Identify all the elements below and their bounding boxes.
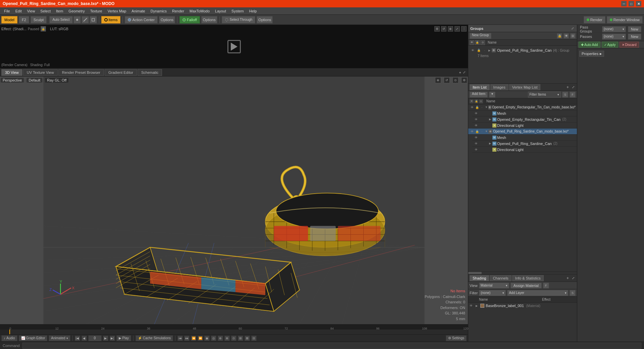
il-expand-oprc[interactable]: ▶ bbox=[489, 142, 492, 145]
item-list-scrollbar[interactable] bbox=[468, 271, 577, 274]
add-item-btn[interactable]: Add Item bbox=[470, 92, 488, 98]
il-item-mesh2[interactable]: 👁 M Mesh bbox=[472, 135, 577, 141]
il-eye-oprc[interactable]: 👁 bbox=[474, 142, 478, 145]
preview-refresh-icon[interactable]: ↺ bbox=[441, 26, 446, 32]
add-item-list-tab-btn[interactable]: + bbox=[565, 85, 570, 90]
shading-f-btn[interactable]: F bbox=[543, 283, 549, 289]
assign-material-btn[interactable]: Assign Material bbox=[511, 283, 542, 289]
menu-item-geometry[interactable]: Geometry bbox=[66, 8, 87, 14]
groups-eye-icon[interactable]: 👁 bbox=[564, 33, 569, 39]
add-shading-tab-btn[interactable]: + bbox=[565, 276, 570, 281]
play-button[interactable] bbox=[227, 40, 241, 53]
menu-item-maxtomodo[interactable]: MaxToModo bbox=[187, 8, 212, 14]
frame-counter[interactable]: 0 bbox=[88, 335, 102, 341]
transport-4-icon[interactable]: ⏩ bbox=[198, 336, 203, 341]
group-eye-icon[interactable]: 👁 bbox=[470, 49, 475, 52]
menu-item-animate[interactable]: Animate bbox=[129, 8, 148, 14]
falloff-btn[interactable]: Falloff bbox=[179, 16, 200, 23]
menu-item-dynamics[interactable]: Dynamics bbox=[148, 8, 169, 14]
tab-schematic[interactable]: Schematic bbox=[138, 69, 162, 76]
tab-images[interactable]: Images bbox=[490, 84, 508, 90]
menu-item-texture[interactable]: Texture bbox=[88, 8, 105, 14]
audio-btn[interactable]: ♪ Audio bbox=[1, 335, 17, 341]
add-viewport-tab-btn[interactable]: + bbox=[459, 70, 461, 74]
tab-shading[interactable]: Shading bbox=[470, 275, 489, 281]
model-btn[interactable]: Model bbox=[1, 16, 17, 23]
vp-rotate-icon[interactable]: ↺ bbox=[444, 77, 450, 83]
render-window-btn[interactable]: Render Window bbox=[607, 16, 643, 23]
vp-gear-icon[interactable]: ⚙ bbox=[461, 77, 467, 83]
il-eye-2[interactable]: 👁 bbox=[470, 130, 474, 133]
menu-item-layout[interactable]: Layout bbox=[212, 8, 229, 14]
il-lock-1[interactable]: 🔒 bbox=[475, 106, 479, 109]
group-lock-icon[interactable]: 🔒 bbox=[476, 49, 481, 52]
menu-item-system[interactable]: System bbox=[229, 8, 247, 14]
add-layer-dropdown[interactable]: Add Layer ▾ bbox=[507, 290, 568, 296]
select-polys-btn[interactable] bbox=[90, 16, 97, 23]
add-item-dropdown-btn[interactable]: ▾ bbox=[489, 92, 495, 98]
pass-groups-new-btn[interactable]: New bbox=[628, 26, 641, 32]
tab-3d-view[interactable]: 3D View bbox=[1, 69, 22, 76]
next-frame-btn[interactable]: ▶ bbox=[103, 336, 108, 341]
command-input[interactable] bbox=[22, 343, 641, 349]
maximize-button[interactable]: □ bbox=[629, 1, 634, 6]
transport-6-icon[interactable]: ◎ bbox=[211, 336, 216, 341]
il-expand-oerc[interactable]: ▶ bbox=[489, 118, 492, 121]
settings-btn[interactable]: ⚙ Settings bbox=[446, 335, 467, 341]
animated-btn[interactable]: Animated ▾ bbox=[49, 335, 70, 341]
transport-10-icon[interactable]: ⊞ bbox=[238, 336, 243, 341]
shading-s-btn[interactable]: S bbox=[570, 290, 576, 296]
play-btn[interactable]: ▶ Play bbox=[116, 335, 131, 341]
groups-dot-icon[interactable]: ⊙ bbox=[570, 33, 576, 39]
sh-item-basebronze[interactable]: 👁 ▶ BaseBronze_label_001 (Material) bbox=[468, 303, 577, 309]
viewport-expand-icon[interactable]: ⤢ bbox=[462, 70, 467, 74]
il-item-scene2[interactable]: 👁 🔒 · ▼ ⊞ Opened_Pull_Ring_Sardine_Can_m… bbox=[468, 129, 577, 135]
select-through-btn[interactable]: Select Through bbox=[222, 16, 256, 23]
go-start-btn[interactable]: |◀ bbox=[75, 336, 80, 341]
filter-dropdown[interactable]: (none) ▾ bbox=[479, 290, 506, 296]
apply-btn[interactable]: ✓ Apply bbox=[602, 42, 618, 48]
il-eye-1[interactable]: 👁 bbox=[470, 106, 474, 109]
transport-11-icon[interactable]: ⊠ bbox=[245, 336, 250, 341]
minimize-button[interactable]: ─ bbox=[621, 1, 627, 6]
passes-new-btn[interactable]: New bbox=[628, 34, 641, 40]
prev-frame-btn[interactable]: ◀ bbox=[82, 336, 87, 341]
cache-simulations-btn[interactable]: ⚡ Cache Simulations bbox=[136, 335, 173, 341]
il-item-dlight2[interactable]: 👁 ☀ Directional Light bbox=[472, 147, 577, 153]
preview-settings-icon[interactable]: ⚙ bbox=[434, 26, 440, 32]
select-verts-btn[interactable] bbox=[73, 16, 81, 23]
il-eye-mesh2[interactable]: 👁 bbox=[474, 136, 478, 139]
auto-add-btn[interactable]: ✚ Auto Add bbox=[579, 42, 600, 48]
tab-info-statistics[interactable]: Info & Statistics bbox=[512, 275, 544, 281]
item-list-expand-icon[interactable]: ⤢ bbox=[571, 85, 576, 89]
transport-5-icon[interactable]: ◉ bbox=[204, 336, 210, 341]
menu-item-view[interactable]: View bbox=[24, 8, 38, 14]
vp-zoom-icon[interactable]: ⊙ bbox=[452, 77, 459, 83]
preview-more-icon[interactable]: ⋮ bbox=[461, 26, 467, 32]
items-btn[interactable]: Items bbox=[101, 16, 121, 23]
transport-2-icon[interactable]: ⏭ bbox=[184, 336, 190, 341]
select-through-options-btn[interactable]: Options bbox=[257, 16, 273, 23]
transport-12-icon[interactable]: ⊟ bbox=[251, 336, 257, 341]
item-list-content[interactable]: 👁 🔒 · ▼ ⊞ Opened_Empty_Rectangular_Tin_C… bbox=[468, 104, 577, 271]
timeline-track[interactable] bbox=[0, 330, 468, 334]
menu-item-select[interactable]: Select bbox=[38, 8, 53, 14]
groups-lock-icon[interactable]: 🔒 bbox=[557, 33, 562, 39]
tab-item-list[interactable]: Item List bbox=[470, 84, 490, 90]
select-edges-btn[interactable] bbox=[82, 16, 89, 23]
action-center-options-btn[interactable]: Options bbox=[159, 16, 175, 23]
menu-item-render[interactable]: Render bbox=[169, 8, 187, 14]
tab-render-preset-browser[interactable]: Render Preset Browser bbox=[58, 69, 104, 76]
tab-uv-texture-view[interactable]: UV Texture View bbox=[23, 69, 58, 76]
auto-select-btn[interactable]: Auto Select bbox=[49, 16, 72, 23]
preview-zoom-icon[interactable]: ⊕ bbox=[448, 26, 453, 32]
timeline-playhead[interactable] bbox=[9, 330, 10, 334]
sh-expand-icon[interactable]: ▶ bbox=[476, 304, 479, 307]
new-group-btn[interactable]: New Group bbox=[470, 33, 491, 39]
vp-settings-icon[interactable]: ⊕ bbox=[435, 77, 441, 83]
transport-1-icon[interactable]: ⏮ bbox=[177, 336, 183, 341]
il-expand-1[interactable]: ▼ bbox=[485, 106, 488, 109]
transport-3-icon[interactable]: ⏪ bbox=[191, 336, 196, 341]
properties-expand-btn[interactable]: Properties ▶ bbox=[579, 51, 604, 57]
il-item-oprc[interactable]: 👁 ▶ M Opened_Pull_Ring_Sardine_Can (2) bbox=[472, 141, 577, 147]
